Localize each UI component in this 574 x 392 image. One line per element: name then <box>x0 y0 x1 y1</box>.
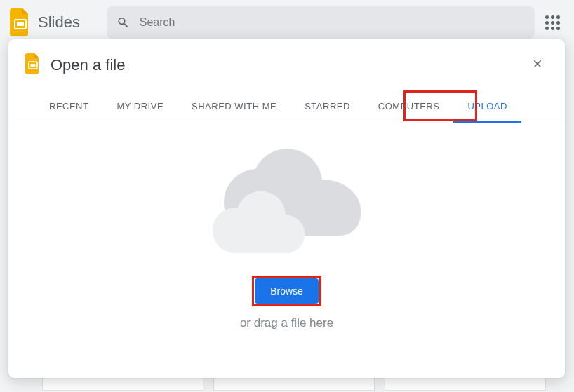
search-bar[interactable] <box>107 6 535 39</box>
slides-app-icon[interactable] <box>10 8 31 36</box>
search-input[interactable] <box>140 16 525 29</box>
bg-card <box>213 377 375 391</box>
bg-card <box>385 377 546 391</box>
app-name[interactable]: Slides <box>38 13 80 32</box>
open-file-modal: Open a file RECENT MY DRIVE SHARED WITH … <box>8 39 565 378</box>
upload-panel: Browse or drag a file here <box>8 123 565 378</box>
modal-title: Open a file <box>51 56 125 74</box>
tab-recent[interactable]: RECENT <box>35 90 102 123</box>
tab-shared-with-me[interactable]: SHARED WITH ME <box>178 90 291 123</box>
cloud-illustration-icon <box>196 141 378 253</box>
google-apps-icon[interactable] <box>545 15 560 30</box>
close-icon <box>531 58 544 70</box>
tab-computers[interactable]: COMPUTERS <box>364 90 454 123</box>
svg-rect-1 <box>17 22 24 26</box>
svg-rect-3 <box>31 64 36 67</box>
tab-my-drive[interactable]: MY DRIVE <box>102 90 178 123</box>
modal-header: Open a file <box>8 39 565 90</box>
tab-starred[interactable]: STARRED <box>291 90 364 123</box>
background-template-row <box>42 377 573 391</box>
slides-file-icon <box>25 53 41 77</box>
tab-upload[interactable]: UPLOAD <box>453 90 521 123</box>
browse-button[interactable]: Browse <box>255 278 319 304</box>
drag-hint-text: or drag a file here <box>240 316 333 330</box>
browse-button-wrap: Browse <box>255 278 319 304</box>
picker-tabs: RECENT MY DRIVE SHARED WITH ME STARRED C… <box>8 90 565 123</box>
bg-card <box>42 377 203 391</box>
close-button[interactable] <box>527 53 548 77</box>
search-icon <box>116 15 130 29</box>
app-header: Slides <box>0 0 574 45</box>
